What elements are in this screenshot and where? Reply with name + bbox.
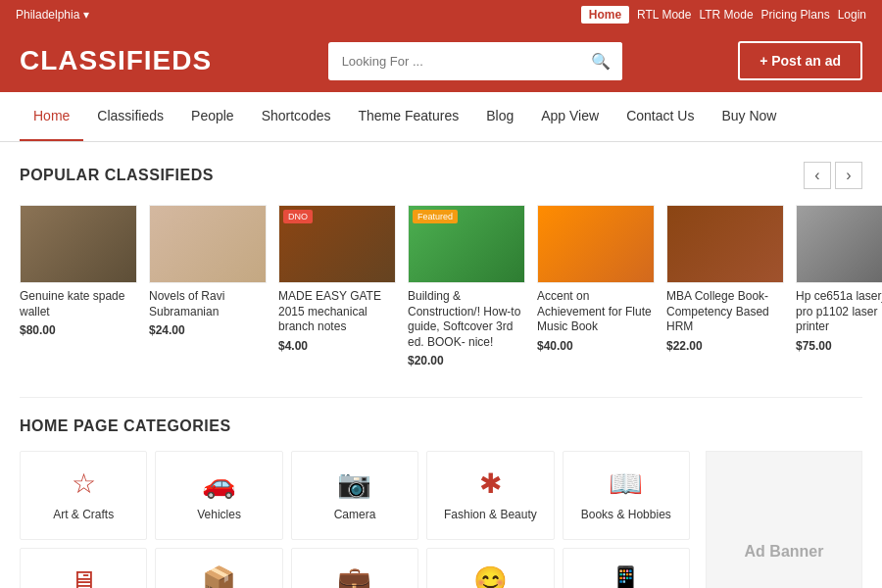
product-price: $24.00 [149, 323, 267, 337]
nav-buy-now[interactable]: Buy Now [708, 92, 790, 141]
nav-home[interactable]: Home [20, 92, 83, 141]
popular-classifieds-header: POPULAR CLASSIFIEDS ‹ › [20, 162, 862, 189]
nav-people[interactable]: People [177, 92, 248, 141]
location-selector[interactable]: Philadelphia ▾ [16, 8, 89, 22]
nav-theme-features[interactable]: Theme Features [344, 92, 472, 141]
product-name: Hp ce651a laserjet pro p1102 laser print… [796, 289, 882, 335]
nav-app-view[interactable]: App View [527, 92, 612, 141]
product-card[interactable]: Hp ce651a laserjet pro p1102 laser print… [796, 205, 882, 368]
prev-arrow[interactable]: ‹ [804, 162, 831, 189]
category-card[interactable]: 🚗Vehicles [155, 451, 282, 540]
site-header: CLASSIFIEDS 🔍 + Post an ad [0, 29, 882, 92]
category-name: Camera [300, 508, 410, 523]
ad-banner: Ad Banner [706, 451, 862, 588]
product-card[interactable]: FeaturedBuilding & Construction/! How-to… [408, 205, 525, 368]
product-card[interactable]: Genuine kate spade wallet$80.00 [20, 205, 137, 368]
category-card[interactable]: 😊Kids & Baby Products [426, 548, 554, 588]
product-price: $4.00 [278, 339, 396, 353]
nav-classifieds[interactable]: Classifieds [83, 92, 177, 141]
category-card[interactable]: 🖥Electronics & Computers [20, 548, 147, 588]
categories-title: HOME PAGE CATEGORIES [20, 417, 862, 435]
category-icon: 💼 [300, 564, 410, 588]
categories-section: HOME PAGE CATEGORIES ☆Art & Crafts🚗Vehic… [20, 397, 862, 588]
nav-shortcodes[interactable]: Shortcodes [248, 92, 345, 141]
carousel-arrows: ‹ › [804, 162, 862, 189]
product-name: Accent on Achievement for Flute Music Bo… [537, 289, 655, 335]
product-price: $75.00 [796, 339, 882, 353]
search-button[interactable]: 🔍 [579, 42, 622, 80]
product-price: $40.00 [537, 339, 655, 353]
categories-layout: ☆Art & Crafts🚗Vehicles📷Camera✱Fashion & … [20, 451, 862, 588]
category-name: Fashion & Beauty [435, 508, 545, 523]
popular-classifieds-title: POPULAR CLASSIFIEDS [20, 167, 214, 184]
category-icon: 📱 [571, 564, 681, 588]
product-name: MBA College Book- Competency Based HRM [666, 289, 784, 335]
category-icon: 📷 [300, 467, 410, 500]
category-name: Art & Crafts [28, 508, 138, 523]
category-card[interactable]: ✱Fashion & Beauty [426, 451, 554, 540]
product-badge: Featured [413, 210, 458, 223]
category-icon: 🖥 [28, 564, 138, 588]
product-name: Building & Construction/! How-to guide, … [408, 289, 525, 350]
topnav-ltr[interactable]: LTR Mode [699, 8, 753, 22]
product-name: MADE EASY GATE 2015 mechanical branch no… [278, 289, 396, 335]
topnav-home[interactable]: Home [581, 6, 629, 24]
topnav-login[interactable]: Login [838, 8, 866, 22]
category-card[interactable]: ☆Art & Crafts [20, 451, 147, 540]
product-card[interactable]: Accent on Achievement for Flute Music Bo… [537, 205, 655, 368]
product-card[interactable]: MBA College Book- Competency Based HRM$2… [666, 205, 784, 368]
nav-blog[interactable]: Blog [472, 92, 527, 141]
top-nav-links: Home RTL Mode LTR Mode Pricing Plans Log… [581, 6, 866, 24]
topnav-pricing[interactable]: Pricing Plans [761, 8, 830, 22]
topnav-rtl[interactable]: RTL Mode [637, 8, 691, 22]
category-name: Vehicles [164, 508, 273, 523]
next-arrow[interactable]: › [835, 162, 862, 189]
category-card[interactable]: 💼Jobs [291, 548, 418, 588]
product-price: $20.00 [408, 354, 525, 368]
product-price: $22.00 [666, 339, 784, 353]
category-icon: 😊 [435, 564, 545, 588]
category-icon: 🚗 [164, 467, 273, 500]
product-badge: DNO [283, 210, 313, 223]
category-card[interactable]: 📷Camera [291, 451, 418, 540]
product-price: $80.00 [20, 323, 137, 337]
category-name: Books & Hobbies [571, 508, 681, 523]
search-bar: 🔍 [328, 42, 622, 80]
product-card[interactable]: Novels of Ravi Subramanian$24.00 [149, 205, 267, 368]
post-ad-button[interactable]: + Post an ad [738, 41, 862, 80]
main-nav: Home Classifieds People Shortcodes Theme… [0, 92, 882, 142]
category-card[interactable]: 📖Books & Hobbies [563, 451, 690, 540]
main-content: POPULAR CLASSIFIEDS ‹ › Genuine kate spa… [0, 142, 882, 588]
products-row: Genuine kate spade wallet$80.00Novels of… [20, 205, 862, 368]
category-icon: ✱ [435, 467, 545, 500]
chevron-down-icon: ▾ [83, 8, 89, 22]
product-name: Novels of Ravi Subramanian [149, 289, 267, 319]
product-card[interactable]: DNOMADE EASY GATE 2015 mechanical branch… [278, 205, 396, 368]
category-icon: ☆ [28, 467, 138, 500]
search-input[interactable] [328, 44, 579, 78]
category-icon: 📦 [164, 564, 273, 588]
product-name: Genuine kate spade wallet [20, 289, 137, 319]
category-card[interactable]: 📦Kids Furniture [155, 548, 282, 588]
categories-grid: ☆Art & Crafts🚗Vehicles📷Camera✱Fashion & … [20, 451, 690, 588]
location-label: Philadelphia [16, 8, 79, 22]
top-bar: Philadelphia ▾ Home RTL Mode LTR Mode Pr… [0, 0, 882, 29]
category-card[interactable]: 📱Mobiles & Tablets [563, 548, 690, 588]
category-icon: 📖 [571, 467, 681, 500]
site-logo: CLASSIFIEDS [20, 45, 212, 76]
nav-contact-us[interactable]: Contact Us [612, 92, 708, 141]
